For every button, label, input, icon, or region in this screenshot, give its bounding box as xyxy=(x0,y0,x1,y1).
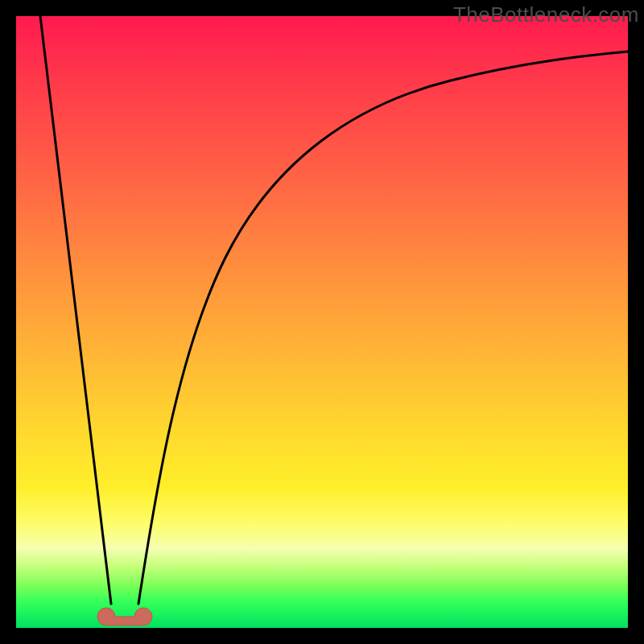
curve-right-branch xyxy=(138,52,628,604)
watermark-text: TheBottleneck.com xyxy=(453,2,639,27)
curve-layer xyxy=(16,16,628,628)
chart-frame: TheBottleneck.com xyxy=(0,0,644,644)
plot-gradient-area xyxy=(16,16,628,628)
curve-left-branch xyxy=(40,16,111,604)
min-marker xyxy=(97,608,152,625)
